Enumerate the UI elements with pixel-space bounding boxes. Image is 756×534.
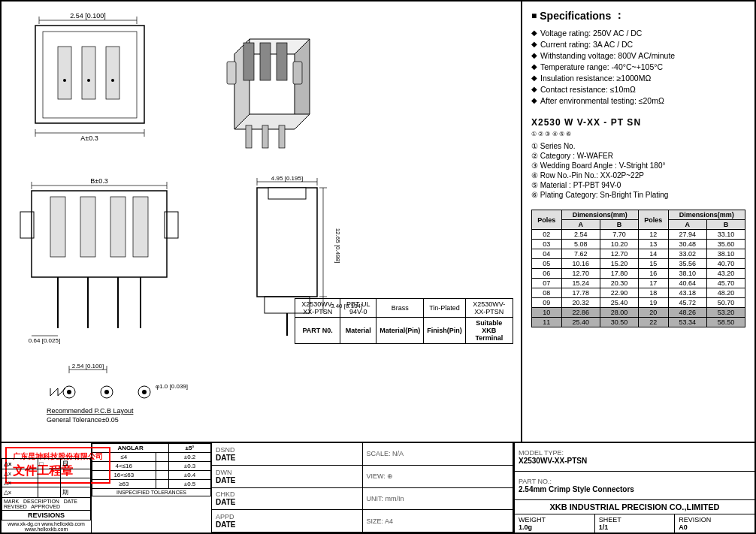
svg-text:φ1.0 [0.039]: φ1.0 [0.039] [156,383,188,390]
poles-header: Poles [532,210,562,230]
bullet-2: ◆ [531,40,537,48]
svg-rect-54 [268,188,306,199]
spec-text-6: Contact resistance: ≤10mΩ [540,85,636,94]
svg-point-72 [142,390,147,394]
tol-unspecified: INSPECIFIED TOLERANCES [92,489,211,496]
bullet-6: ◆ [531,85,537,93]
part-number-code: X2530 W V-XX - PT SN [531,117,745,128]
part-number-section: X2530 W V-XX - PT SN ① ② ③ ④ ⑤ ⑥ ① Serie… [531,117,745,199]
dim-row-2: 047.6212.701433.0238.10 [532,249,745,259]
specs-list: ◆ Voltage rating: 250V AC / DC ◆ Current… [531,29,745,105]
pn-item-6: ⑥ Plating Category: Sn-Bright Tin Platin… [531,191,745,199]
title-right-top: MODEL TYPE: X2530WV-XX-PTSN [515,443,754,472]
col-a-2: A [668,220,706,230]
svg-point-9 [63,79,66,82]
dim-row-9: 1125.4030.502253.3458.50 [532,318,745,327]
svg-rect-22 [279,125,285,148]
svg-rect-26 [227,62,236,84]
dim-table-header: Poles Dimensions(mm) Poles Dimensions(mm… [532,210,745,220]
dim-row-7: 0920.3225.401945.7250.70 [532,298,745,308]
bullet-5: ◆ [531,74,537,82]
revision-labels: MARK DESCRIPTION DATE REVISED APPROVED [2,498,91,511]
info-grid: DSND DATE SCALE: N/A DWN DATE VIEW: ⊕ CH… [212,443,514,532]
dim-row-8: 1022.8628.002048.2653.20 [532,308,745,318]
appd-cell: APPD DATE [212,510,363,532]
bullet-4: ◆ [531,62,537,71]
svg-point-11 [111,79,114,82]
part-name: X2530WV-XX-PTSN [295,299,340,318]
svg-text:A±0.3: A±0.3 [80,134,98,142]
pn-item-4: ④ Row No.-Pin No.: XX-02P~22P [531,171,745,180]
specs-title-text: Specifications [540,10,611,22]
part-table-section: X2530WV-XX-PTSN PBT UL 94V-0 Brass Tin-P… [295,298,513,344]
spec-text-7: After environmental testing: ≤20mΩ [540,96,664,105]
dsnd-cell: DSND DATE [212,443,363,466]
sheet-cell: SHEET 1/1 [595,514,676,532]
specs-section: Specifications ： ◆ Voltage rating: 250V … [522,2,754,442]
side-view-drawing: B±0.3 [17,174,212,348]
part-table-header-row: PART N0. Material Material(Pin) Finish(P… [295,318,513,344]
spec-item-2: ◆ Current rating: 3A AC / DC [531,40,745,49]
svg-rect-21 [262,125,268,148]
spec-item-1: ◆ Voltage rating: 250V AC / DC [531,29,745,38]
main-area: 2.54 [0.100] [2,2,754,442]
col-b-1: B [600,220,638,230]
pcb-layout: 2.54 [0.100] φ1.0 [0.039] [47,362,219,431]
svg-text:0.64 [0.025]: 0.64 [0.025] [29,337,60,344]
part-no-cell: PART NO.: 2.54mm Crimp Style Connectors [515,472,754,499]
spec-item-7: ◆ After environmental testing: ≤20mΩ [531,96,745,105]
material-pin-label: Material(Pin) [376,318,424,344]
spec-text-3: Withstanding voltage: 800V AC/minute [540,51,675,60]
part-col4: Tin-Plated [424,299,466,318]
bullet-3: ◆ [531,51,537,59]
dim-row-3: 0510.1615.201535.5640.70 [532,259,745,269]
col-b-2: B [706,220,745,230]
chkd-cell: CHKD DATE [212,488,363,511]
svg-text:Recommended P.C.B Layout: Recommended P.C.B Layout [47,407,134,415]
unit-cell: UNIT: mm/In [363,488,514,511]
isometric-view [212,9,362,161]
dim-row-0: 022.547.701227.9433.10 [532,230,745,240]
page-container: 2.54 [0.100] [0,0,756,534]
spec-item-6: ◆ Contact resistance: ≤10mΩ [531,85,745,94]
material-label: Material [340,318,376,344]
dim-row-4: 0612.7017.801638.1043.20 [532,269,745,279]
front-view-drawing: 2.54 [0.100] [17,9,189,146]
part-no-label: PART N0. [295,318,340,344]
part-material: PBT UL 94V-0 [340,299,376,318]
revision-row-1: △x [2,469,91,478]
bullet-7: ◆ [531,96,537,104]
svg-rect-35 [50,197,65,257]
dim-table-body: 022.547.701227.9433.10035.0810.201330.48… [532,230,745,327]
svg-rect-37 [110,197,125,257]
revision-cell: REVISION A0 [675,514,754,532]
svg-rect-7 [82,47,95,99]
revision-table: △x □ 日 △x △x △x期 MARK DESCRIPTION DA [2,458,91,532]
svg-rect-25 [277,43,287,80]
pn-item-5: ⑤ Material : PT-PBT 94V-0 [531,181,745,189]
svg-text:General Tolerance±0.05: General Tolerance±0.05 [47,416,119,424]
title-right: MODEL TYPE: X2530WV-XX-PTSN PART NO.: 2.… [514,443,754,532]
dim-header: Dimensions(mm) [561,210,638,220]
spec-item-3: ◆ Withstanding voltage: 800V AC/minute [531,51,745,60]
svg-text:4.95 [0.195]: 4.95 [0.195] [271,175,303,182]
part-table-row: X2530WV-XX-PTSN PBT UL 94V-0 Brass Tin-P… [295,299,513,318]
svg-rect-6 [58,47,71,99]
svg-rect-8 [106,47,119,99]
title-footer: WEIGHT 1.0g SHEET 1/1 REVISION A0 [515,514,754,532]
finish-pin-label: Finish(Pin) [424,318,466,344]
svg-rect-23 [243,43,254,80]
dimensions-table: Poles Dimensions(mm) Poles Dimensions(mm… [531,210,745,327]
svg-point-70 [104,390,109,394]
company-text: XKB INDUSTRIAL PRECISION CO.,LIMITED [550,502,720,511]
svg-rect-20 [246,125,252,148]
svg-point-10 [87,79,90,82]
spec-text-5: Insulation resistance: ≥1000MΩ [540,74,651,83]
title-left: 广东昆坤科技股份有限公司 文件工程章 △x □ 日 △x △x [2,443,92,532]
dim-row-1: 035.0810.201330.4835.60 [532,240,745,249]
revision-row-2: △x [2,478,91,487]
svg-rect-53 [257,188,317,297]
svg-rect-24 [260,43,271,80]
svg-text:2.54 [0.100]: 2.54 [0.100] [72,363,104,370]
svg-text:2.54 [0.100]: 2.54 [0.100] [70,12,106,20]
